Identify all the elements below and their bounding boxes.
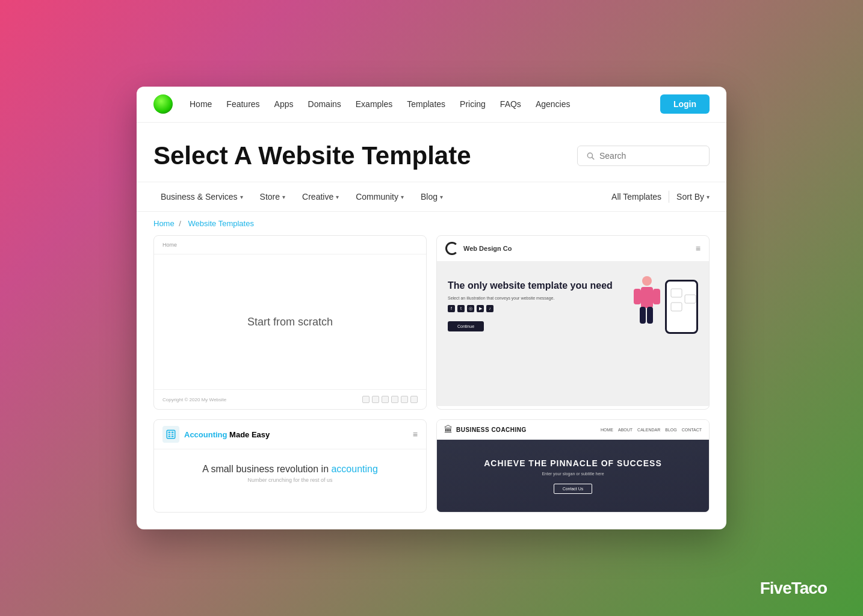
svg-rect-7 — [647, 307, 653, 324]
filter-business-services[interactable]: Business & Services ▾ — [153, 188, 250, 205]
nav-templates[interactable]: Templates — [407, 99, 445, 109]
nav-pricing[interactable]: Pricing — [460, 99, 486, 109]
svg-rect-17 — [172, 436, 174, 437]
acc-logo-area: Accounting Made Easy — [162, 426, 270, 443]
chevron-down-icon: ▾ — [336, 194, 339, 200]
template-grid: Home Start from scratch Copyright © 2020… — [137, 235, 726, 529]
footer-icon-3 — [382, 396, 389, 403]
acc-icon — [162, 426, 179, 443]
bank-icon: 🏛 — [444, 425, 453, 434]
search-icon — [586, 152, 595, 160]
svg-rect-11 — [167, 430, 175, 439]
chevron-down-icon: ▾ — [282, 194, 285, 200]
nav-faqs[interactable]: FAQs — [500, 99, 521, 109]
bc-subtext: Enter your slogan or subtitle here — [484, 472, 661, 476]
bc-brand-name: BUSINESS COACHING — [456, 427, 527, 433]
nav-agencies[interactable]: Agencies — [536, 99, 571, 109]
wdc-preview: The only website template you need Selec… — [437, 262, 709, 406]
acc-body: A small business revolution in accountin… — [154, 449, 426, 493]
svg-rect-8 — [671, 289, 682, 297]
facebook-icon: f — [448, 305, 455, 312]
breadcrumb-home[interactable]: Home — [153, 219, 175, 228]
nav-links: Home Features Apps Domains Examples Temp… — [190, 99, 643, 109]
wdc-logo-area: Web Design Co — [445, 242, 512, 255]
scratch-copyright: Copyright © 2020 My Website — [162, 397, 226, 402]
search-input[interactable] — [599, 151, 701, 161]
all-templates-filter[interactable]: All Templates — [611, 192, 661, 202]
svg-rect-3 — [641, 287, 653, 308]
sort-by-dropdown[interactable]: Sort By ▾ — [676, 192, 710, 202]
wdc-text-area: The only website template you need Selec… — [448, 274, 620, 331]
breadcrumb-separator: / — [179, 219, 183, 228]
chevron-down-icon: ▾ — [707, 194, 710, 200]
person-illustration — [629, 274, 671, 334]
main-window: Home Features Apps Domains Examples Temp… — [137, 87, 726, 529]
wdc-headline: The only website template you need — [448, 280, 620, 292]
filter-creative[interactable]: Creative ▾ — [295, 188, 346, 205]
filter-community[interactable]: Community ▾ — [348, 188, 411, 205]
footer-icon-6 — [410, 396, 418, 403]
svg-rect-4 — [634, 289, 641, 304]
bc-cta-button[interactable]: Contact Us — [554, 484, 593, 494]
template-scratch[interactable]: Home Start from scratch Copyright © 2020… — [153, 235, 427, 410]
divider — [669, 191, 669, 203]
page-title: Select A Website Template — [153, 142, 471, 170]
svg-rect-5 — [653, 289, 660, 304]
bc-header: 🏛 BUSINESS COACHING HOME ABOUT CALENDAR … — [437, 420, 709, 440]
wdc-brand-name: Web Design Co — [463, 245, 512, 252]
footer-icon-4 — [391, 396, 398, 403]
svg-rect-9 — [685, 295, 696, 303]
breadcrumb: Home / Website Templates — [137, 212, 726, 235]
svg-point-2 — [642, 276, 652, 286]
bc-preview: ACHIEVE THE PINNACLE OF SUCCESS Enter yo… — [437, 440, 709, 512]
footer-icon-1 — [362, 396, 370, 403]
svg-rect-15 — [172, 434, 174, 435]
nav-domains[interactable]: Domains — [308, 99, 341, 109]
instagram-icon: ◎ — [467, 305, 474, 312]
calculator-icon — [165, 429, 176, 440]
watermark: FiveTaco — [760, 579, 827, 598]
filter-bar: Business & Services ▾ Store ▾ Creative ▾… — [137, 182, 726, 212]
acc-main-text: A small business revolution in accountin… — [162, 464, 418, 475]
wdc-subtext: Select an illustration that conveys your… — [448, 296, 620, 300]
footer-icon-2 — [372, 396, 379, 403]
template-accounting[interactable]: Accounting Made Easy ≡ A small business … — [153, 419, 427, 513]
nav-home[interactable]: Home — [190, 99, 212, 109]
template-business-coaching[interactable]: 🏛 BUSINESS COACHING HOME ABOUT CALENDAR … — [436, 419, 710, 513]
nav-examples[interactable]: Examples — [356, 99, 392, 109]
svg-rect-12 — [169, 432, 171, 433]
youtube-icon: ▶ — [477, 305, 484, 312]
scratch-footer: Copyright © 2020 My Website — [154, 389, 426, 409]
svg-rect-16 — [169, 436, 171, 437]
chevron-down-icon: ▾ — [440, 194, 443, 200]
wdc-social-icons: f t ◎ ▶ ♪ — [448, 305, 620, 312]
twitter-icon: t — [457, 305, 465, 312]
search-box[interactable] — [577, 146, 710, 166]
nav-apps[interactable]: Apps — [274, 99, 294, 109]
acc-sub-text: Number crunching for the rest of us — [162, 477, 418, 483]
template-web-design-co[interactable]: Web Design Co ≡ The only website templat… — [436, 235, 710, 410]
login-button[interactable]: Login — [660, 94, 710, 114]
footer-icon-5 — [401, 396, 408, 403]
floating-elements — [668, 286, 704, 316]
tiktok-icon: ♪ — [486, 305, 493, 312]
wdc-cta-button[interactable]: Continue — [448, 321, 484, 331]
acc-brand-name: Accounting Made Easy — [184, 430, 270, 439]
nav-features[interactable]: Features — [226, 99, 259, 109]
svg-rect-14 — [169, 434, 171, 435]
svg-rect-6 — [640, 307, 646, 324]
svg-rect-13 — [172, 432, 174, 433]
filter-store[interactable]: Store ▾ — [253, 188, 292, 205]
scratch-nav: Home — [154, 236, 426, 254]
acc-menu-icon: ≡ — [413, 430, 418, 439]
filter-blog[interactable]: Blog ▾ — [413, 188, 450, 205]
wdc-header: Web Design Co ≡ — [437, 236, 709, 262]
bc-content: ACHIEVE THE PINNACLE OF SUCCESS Enter yo… — [484, 458, 661, 494]
logo[interactable] — [153, 94, 173, 114]
filter-right: All Templates Sort By ▾ — [611, 191, 710, 203]
scratch-footer-icons — [362, 396, 418, 403]
wdc-logo-ring — [445, 242, 459, 255]
bc-headline: ACHIEVE THE PINNACLE OF SUCCESS — [484, 458, 661, 468]
bc-nav: HOME ABOUT CALENDAR BLOG CONTACT — [601, 428, 702, 432]
acc-header: Accounting Made Easy ≡ — [154, 420, 426, 449]
